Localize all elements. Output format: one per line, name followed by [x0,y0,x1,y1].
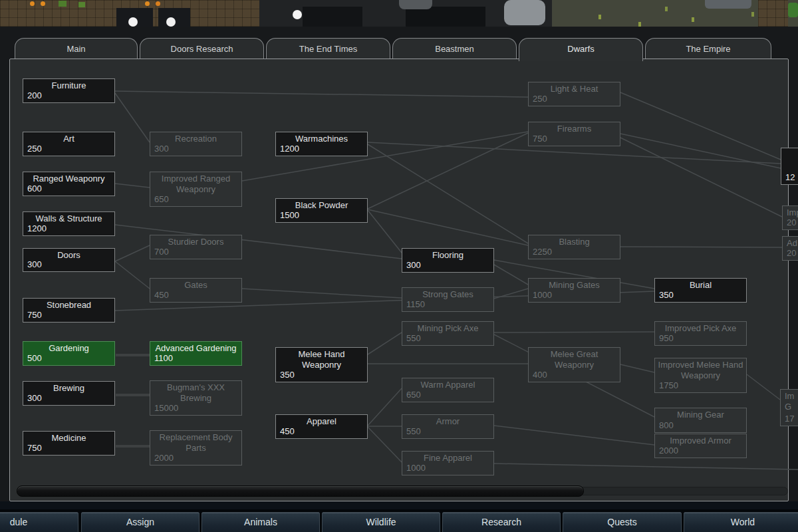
research-node-art[interactable]: Art250 [23,132,115,156]
research-node-title: Imp [783,207,798,218]
toolbar-button-quests[interactable]: Quests [563,512,682,532]
research-node-cost: 250 [533,94,547,104]
research-node-cost: 1150 [406,299,425,310]
research-node-title: Sturdier Doors [150,237,241,247]
research-node-warmachines[interactable]: Warmachines1200 [275,132,368,156]
research-node-apparel[interactable]: Apparel450 [275,414,368,439]
research-node-title: Armor [402,416,493,427]
research-node-title: Fine Apparel [402,453,493,464]
toolbar-button-world[interactable]: World [684,512,798,532]
research-node-firearms[interactable]: Firearms750 [528,122,620,146]
grass-tuft [692,17,694,22]
tab-dwarfs[interactable]: Dwarfs [519,38,643,61]
research-node-cost: 600 [27,184,42,194]
research-node-mining-gear[interactable]: Mining Gear800 [654,408,747,433]
research-node-black-powder[interactable]: Black Powder1500 [275,198,368,223]
research-node-walls-structure[interactable]: Walls & Structure1200 [23,211,115,236]
research-node-gates[interactable]: Gates450 [150,278,242,303]
research-node-light-heat[interactable]: Light & Heat250 [528,82,620,106]
tab-the-empire[interactable]: The Empire [645,38,771,59]
research-node-title: Melee Great Weaponry [529,349,620,370]
research-node-partial-right-4[interactable]: Im G17 [780,389,798,426]
research-node-cost: 300 [406,260,421,271]
research-node-cost: 1000 [406,463,426,473]
research-node-improved-armor[interactable]: Improved Armor2000 [654,434,747,458]
grass-tuft [665,7,668,11]
grass-tuft [751,12,754,17]
research-node-partial-right-2[interactable]: Imp20 [782,205,798,230]
research-node-melee-hand-weaponry[interactable]: Melee Hand Weaponry350 [275,347,368,382]
toolbar-button-animals[interactable]: Animals [201,512,320,532]
research-node-burial[interactable]: Burial350 [654,278,747,303]
research-node-partial-right-3[interactable]: Ad20 [782,236,798,261]
research-node-medicine[interactable]: Medicine750 [23,431,115,456]
grass-tuft [598,15,601,19]
research-node-gardening[interactable]: Gardening500 [23,341,115,366]
research-node-mining-pick-axe[interactable]: Mining Pick Axe550 [402,321,494,346]
research-node-cost: 350 [659,290,674,301]
research-node-title: Medicine [23,433,114,444]
research-node-cost: 800 [659,420,674,431]
unit-marker [293,10,302,19]
torch-icon [30,1,35,6]
research-node-title: Advanced Gardening [150,343,241,354]
research-node-cost: 20 [787,248,796,259]
toolbar-button-schedule[interactable]: dule [0,512,78,532]
rock-sprite [504,0,545,25]
tab-doors-research[interactable]: Doors Research [140,38,264,59]
tab-the-end-times[interactable]: The End Times [266,38,390,59]
torch-icon [156,1,160,6]
research-node-cost: 550 [406,333,421,344]
research-node-furniture[interactable]: Furniture200 [23,78,115,103]
research-node-ranged-weaponry[interactable]: Ranged Weaponry600 [23,172,115,196]
research-node-title: Warm Apparel [402,380,493,390]
research-node-advanced-gardening[interactable]: Advanced Gardening1100 [150,341,242,366]
research-node-recreation[interactable]: Recreation300 [150,132,242,156]
research-node-partial-right-1[interactable]: 12 [781,148,798,185]
toolbar-button-assign[interactable]: Assign [81,512,200,532]
research-node-brewing[interactable]: Brewing300 [23,381,115,406]
research-node-title: Melee Hand Weaponry [276,349,367,370]
torch-icon [145,1,150,6]
tab-beastmen[interactable]: Beastmen [392,38,517,59]
research-node-stonebread[interactable]: Stonebread750 [23,298,115,323]
game-tiles-right [758,0,788,27]
research-node-blasting[interactable]: Blasting2250 [528,235,620,259]
research-node-title: Mining Pick Axe [402,323,493,334]
rock-sprite [705,0,751,9]
research-node-doors[interactable]: Doors300 [23,248,115,272]
research-node-melee-great-weaponry[interactable]: Melee Great Weaponry400 [528,347,620,382]
research-node-fine-apparel[interactable]: Fine Apparel1000 [402,451,494,475]
research-node-cost: 1100 [154,353,173,364]
research-node-cost: 400 [533,370,547,380]
research-node-improved-melee-hand-weaponry[interactable]: Improved Melee Hand Weaponry1750 [654,358,747,393]
research-node-replacement-body-parts[interactable]: Replacement Body Parts2000 [150,430,242,466]
research-node-armor[interactable]: Armor550 [402,414,494,439]
research-node-title: Gates [150,280,241,291]
research-node-title: Brewing [23,383,114,394]
research-node-cost: 750 [533,134,547,144]
toolbar-button-research[interactable]: Research [442,512,561,532]
research-node-improved-pick-axe[interactable]: Improved Pick Axe950 [654,321,747,346]
research-node-bugmans-xxx-brewing[interactable]: Bugman's XXX Brewing15000 [150,380,242,416]
research-node-cost: 300 [154,144,169,154]
research-node-title: Stonebread [23,300,114,311]
research-node-cost: 2000 [154,453,174,464]
research-node-title: Black Powder [276,200,367,211]
research-node-flooring[interactable]: Flooring300 [402,248,494,273]
research-node-mining-gates[interactable]: Mining Gates1000 [528,278,620,303]
horizontal-scrollbar-thumb[interactable] [17,485,584,497]
research-node-cost: 1750 [659,380,678,391]
research-node-improved-ranged-weaponry[interactable]: Improved Ranged Weaponry650 [150,172,242,207]
toolbar-button-wildlife[interactable]: Wildlife [322,512,440,532]
research-node-title: Strong Gates [402,289,493,300]
research-node-title: Apparel [276,416,367,427]
tab-main[interactable]: Main [15,38,138,59]
research-node-cost: 12 [785,172,795,183]
research-node-cost: 350 [280,370,295,380]
research-node-strong-gates[interactable]: Strong Gates1150 [402,287,494,312]
research-node-sturdier-doors[interactable]: Sturdier Doors700 [150,235,242,259]
research-node-title: Mining Gates [529,280,620,291]
research-node-cost: 2000 [659,446,678,456]
research-node-warm-apparel[interactable]: Warm Apparel650 [402,378,494,402]
